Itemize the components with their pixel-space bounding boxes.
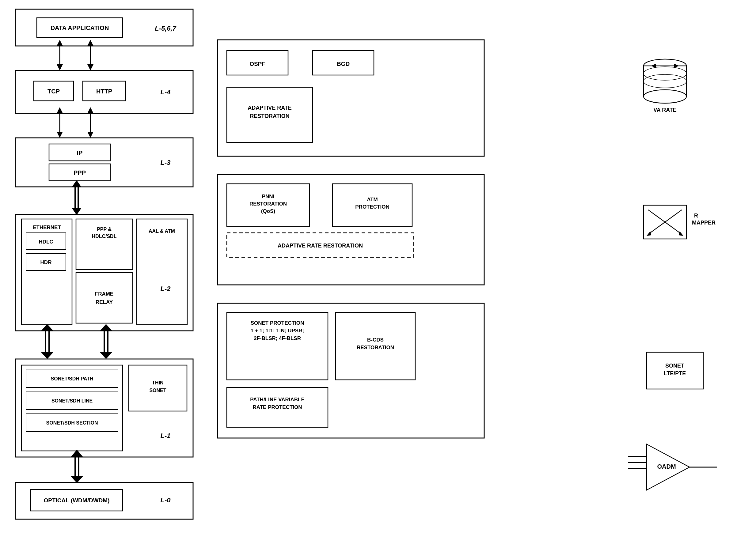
svg-text:RESTORATION: RESTORATION: [249, 201, 287, 207]
svg-rect-30: [76, 272, 133, 323]
va-rate-label: VA RATE: [653, 107, 677, 113]
layer-2-label: L-2: [161, 285, 171, 292]
sonet-lte-label: SONET: [665, 363, 684, 369]
bgd-label: BGD: [337, 61, 350, 67]
svg-text:MAPPER: MAPPER: [692, 220, 716, 226]
hdlc-label: HDLC: [39, 239, 53, 245]
ethernet-label: ETHERNET: [33, 225, 61, 230]
thin-sonet-label: THIN: [152, 380, 163, 385]
svg-text:RELAY: RELAY: [96, 299, 113, 305]
data-application-label: DATA APPLICATION: [51, 25, 109, 31]
ospf-label: OSPF: [249, 61, 265, 67]
svg-point-76: [644, 90, 686, 103]
svg-rect-32: [137, 219, 187, 325]
http-label: HTTP: [96, 88, 112, 95]
path-line-label: PATH/LINE VARIABLE: [250, 397, 305, 402]
pnni-label: PNNI: [262, 194, 275, 200]
sonet-section-label: SONET/SDH SECTION: [46, 420, 98, 425]
sonet-line-label: SONET/SDH LINE: [51, 398, 93, 403]
layer-0-label: L-0: [161, 496, 171, 504]
svg-marker-4: [57, 64, 63, 70]
svg-marker-40: [100, 352, 112, 359]
layer-1-label: L-1: [161, 432, 171, 439]
frame-relay-label: FRAME: [95, 291, 113, 297]
oadm-label: OADM: [657, 463, 676, 470]
svg-text:HDLC/SDL: HDLC/SDL: [92, 234, 117, 239]
svg-text:LTE/PTE: LTE/PTE: [664, 370, 686, 376]
layer-4-label: L-4: [161, 88, 171, 96]
diagram-container: DATA APPLICATION L-5,6,7 TCP HTTP L-4: [0, 0, 756, 544]
svg-text:RESTORATION: RESTORATION: [357, 344, 394, 350]
svg-marker-13: [57, 132, 63, 138]
svg-text:(QoS): (QoS): [261, 208, 275, 214]
sonet-protection-label: SONET PROTECTION: [251, 320, 304, 326]
layer-567-label: L-5,6,7: [155, 25, 177, 32]
adaptive-rate-l2-label: ADAPTIVE RATE RESTORATION: [278, 243, 363, 249]
svg-marker-16: [87, 132, 93, 138]
layer-3-label: L-3: [161, 159, 171, 166]
svg-marker-36: [41, 352, 53, 359]
bcds-label: B-CDS: [367, 337, 384, 343]
adaptive-rate-l4-label: ADAPTIVE RATE: [248, 105, 292, 111]
ip-label: IP: [77, 150, 83, 156]
sonet-path-label: SONET/SDH PATH: [51, 376, 93, 381]
ppp-label: PPP: [74, 169, 86, 176]
svg-text:SONET: SONET: [149, 388, 166, 393]
svg-text:2F-BLSR; 4F-BLSR: 2F-BLSR; 4F-BLSR: [254, 335, 301, 341]
svg-text:PROTECTION: PROTECTION: [355, 204, 389, 210]
ppp-hdlc-label: PPP &: [97, 227, 112, 232]
atm-protection-label: ATM: [367, 197, 378, 203]
svg-text:RESTORATION: RESTORATION: [250, 113, 289, 119]
svg-marker-7: [87, 64, 93, 70]
svg-text:1 + 1; 1:1; 1:N; UPSR;: 1 + 1; 1:1; 1:N; UPSR;: [251, 328, 304, 333]
optical-label: OPTICAL (WDM/DWDM): [44, 497, 110, 504]
svg-text:RATE PROTECTION: RATE PROTECTION: [253, 404, 302, 410]
tcp-label: TCP: [47, 88, 60, 95]
aal-atm-label: AAL & ATM: [149, 229, 175, 234]
r-mapper-label: R: [694, 213, 698, 219]
hdr-label: HDR: [40, 260, 52, 265]
